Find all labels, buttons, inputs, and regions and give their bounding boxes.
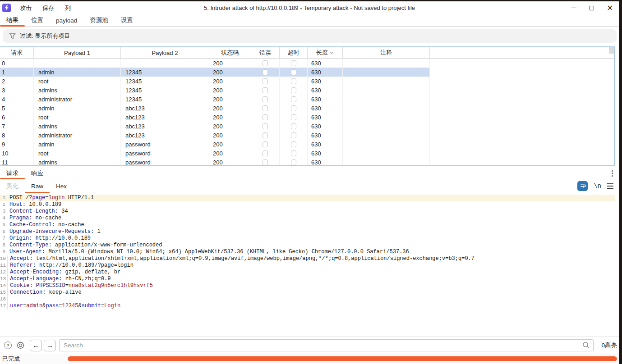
error-checkbox[interactable] <box>263 141 268 147</box>
table-row[interactable]: 5adminabc123200630 <box>0 104 430 113</box>
cell-request: 5 <box>0 104 34 113</box>
error-checkbox[interactable] <box>263 60 268 66</box>
intruder-attack-window: 攻击保存列 5. Intruder attack of http://10.0.… <box>0 1 619 364</box>
menu-save[interactable]: 保存 <box>37 1 60 14</box>
timeout-checkbox[interactable] <box>291 105 296 111</box>
table-row[interactable]: 3admins12345200630 <box>0 86 430 95</box>
table-scrollbar-thumb[interactable] <box>609 47 614 54</box>
tab-resource-pool[interactable]: 资源池 <box>83 14 115 26</box>
code-segment: login <box>48 195 65 201</box>
code-segment: zh-CN,zh;q=0.9 <box>62 276 111 282</box>
timeout-checkbox[interactable] <box>291 69 296 75</box>
error-checkbox[interactable] <box>263 123 268 129</box>
subtab-raw[interactable]: Raw <box>25 179 50 193</box>
table-row[interactable]: 8administratorabc123200630 <box>0 131 430 140</box>
settings-gear-button[interactable] <box>16 341 25 350</box>
timeout-checkbox[interactable] <box>291 123 296 129</box>
error-checkbox[interactable] <box>263 87 268 93</box>
cell-length: 630 <box>308 158 343 166</box>
error-checkbox[interactable] <box>263 69 268 75</box>
search-toolbar: ? ← → 0高亮 <box>0 337 619 354</box>
col-payload2[interactable]: Payload 2 <box>121 47 209 58</box>
error-checkbox[interactable] <box>263 159 268 165</box>
timeout-checkbox[interactable] <box>291 60 296 66</box>
line-number: 5 <box>0 222 7 228</box>
line-content: Accept-Language: zh-CN,zh;q=0.9 <box>8 276 111 282</box>
timeout-checkbox[interactable] <box>291 150 296 156</box>
code-segment: Referer: <box>10 262 36 268</box>
cell-payload1: admin <box>34 104 121 113</box>
tab-results[interactable]: 结果 <box>0 14 25 26</box>
search-input[interactable] <box>59 339 594 351</box>
overflow-menu-icon[interactable] <box>605 168 619 179</box>
tab-payloads[interactable]: payload <box>50 14 83 26</box>
code-segment: Pragma: <box>9 215 32 221</box>
menu-columns[interactable]: 列 <box>60 1 76 14</box>
table-row[interactable]: 2root12345200630 <box>0 77 430 86</box>
maximize-button[interactable] <box>583 1 601 14</box>
col-status[interactable]: 状态码 <box>209 47 251 58</box>
subtab-hex[interactable]: Hex <box>50 179 73 193</box>
cell-timeout <box>280 59 308 68</box>
error-checkbox[interactable] <box>263 105 268 111</box>
newline-toggle-button[interactable]: \n <box>594 182 601 190</box>
col-error[interactable]: 错误 <box>251 47 280 58</box>
table-row[interactable]: 6rootabc123200630 <box>0 113 430 122</box>
error-checkbox[interactable] <box>263 150 268 156</box>
timeout-checkbox[interactable] <box>291 78 296 84</box>
col-length[interactable]: 长度 <box>308 47 343 58</box>
editor-line: 6Upgrade-Insecure-Requests: 1 <box>0 228 615 235</box>
close-button[interactable]: × <box>601 1 619 14</box>
table-row[interactable]: 11adminspassword200630 <box>0 158 430 166</box>
error-checkbox[interactable] <box>263 132 268 138</box>
hamburger-menu-icon[interactable] <box>607 183 613 189</box>
subtab-pretty[interactable]: 美化 <box>0 179 25 193</box>
code-segment: = <box>101 303 104 309</box>
cell-request: 6 <box>0 113 34 122</box>
tab-response[interactable]: 响应 <box>25 168 50 179</box>
col-payload1[interactable]: Payload 1 <box>34 47 121 58</box>
search-box <box>59 339 594 351</box>
code-segment: Content-Length: <box>9 208 58 214</box>
cell-payload1: administrator <box>34 95 121 104</box>
table-row[interactable]: 1admin12345200630 <box>0 68 430 77</box>
timeout-checkbox[interactable] <box>291 132 296 138</box>
timeout-checkbox[interactable] <box>291 87 296 93</box>
tab-positions[interactable]: 位置 <box>25 14 50 26</box>
timeout-checkbox[interactable] <box>291 141 296 147</box>
cell-payload2: abc123 <box>121 131 209 140</box>
table-row[interactable]: 9adminpassword200630 <box>0 140 430 149</box>
table-row[interactable]: 7adminsabc123200630 <box>0 122 430 131</box>
cell-error <box>251 95 280 104</box>
col-timeout[interactable]: 超时 <box>280 47 308 58</box>
error-checkbox[interactable] <box>263 96 268 102</box>
col-comment[interactable]: 注释 <box>343 47 430 58</box>
request-editor[interactable]: 1POST /?page=login HTTP/1.12Host: 10.0.0… <box>0 194 615 336</box>
code-segment: & <box>78 303 81 309</box>
timeout-checkbox[interactable] <box>291 114 296 120</box>
minimize-button[interactable] <box>565 1 583 14</box>
timeout-checkbox[interactable] <box>291 96 296 102</box>
filter-bar[interactable]: 过滤: 显示所有项目 <box>3 29 617 43</box>
timeout-checkbox[interactable] <box>291 159 296 165</box>
column-label: 超时 <box>288 49 299 57</box>
tab-request[interactable]: 请求 <box>0 168 25 179</box>
cell-request: 8 <box>0 131 34 140</box>
editor-line: 16 <box>0 296 615 303</box>
tab-settings[interactable]: 设置 <box>115 14 139 26</box>
table-row[interactable]: 4administrator12345200630 <box>0 95 430 104</box>
col-request[interactable]: 请求 <box>0 47 34 58</box>
table-body: 02006301admin123452006302root12345200630… <box>0 59 614 166</box>
previous-match-button[interactable]: ← <box>30 340 42 351</box>
line-number: 13 <box>0 276 8 282</box>
help-button[interactable]: ? <box>4 341 12 349</box>
menu-attack[interactable]: 攻击 <box>14 1 37 14</box>
word-wrap-toggle-icon[interactable] <box>577 181 588 191</box>
error-checkbox[interactable] <box>263 114 268 120</box>
table-row[interactable]: 0200630 <box>0 59 430 68</box>
error-checkbox[interactable] <box>263 78 268 84</box>
table-row[interactable]: 10rootpassword200630 <box>0 149 430 158</box>
cell-timeout <box>280 149 308 158</box>
next-match-button[interactable]: → <box>44 340 56 351</box>
editor-line: 9User-Agent: Mozilla/5.0 (Windows NT 10.… <box>0 249 615 255</box>
